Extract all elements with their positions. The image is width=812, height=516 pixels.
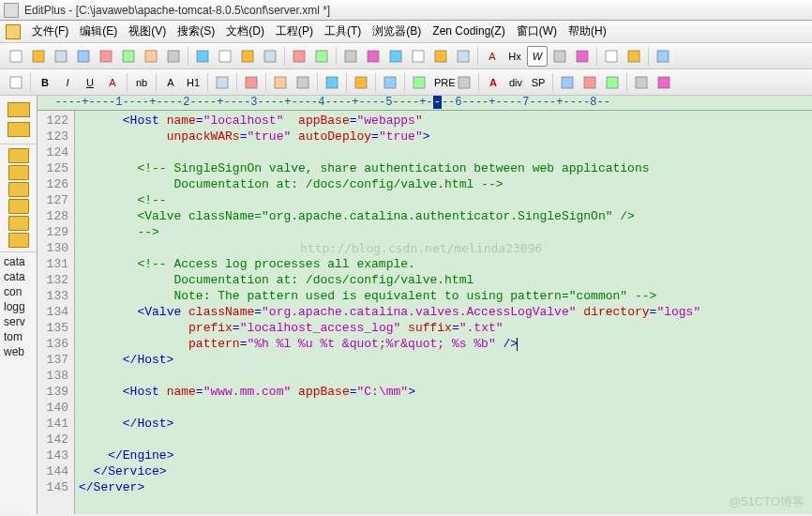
word-icon[interactable]: W: [527, 46, 548, 67]
find-icon[interactable]: [340, 46, 361, 67]
sp-button[interactable]: SP: [528, 72, 549, 93]
list-item[interactable]: tom: [2, 329, 35, 344]
svg-rect-15: [368, 51, 379, 62]
folder-item-icon[interactable]: [8, 233, 29, 248]
olist-icon[interactable]: [241, 72, 262, 93]
h1-button[interactable]: H1: [183, 72, 203, 93]
pilcrow-icon[interactable]: [322, 72, 342, 93]
app-icon: [4, 3, 19, 18]
clipboard-icon[interactable]: [260, 46, 280, 67]
cut-icon[interactable]: [192, 46, 213, 67]
center-icon[interactable]: [409, 72, 429, 93]
menu-item[interactable]: 浏览器(B): [367, 23, 427, 39]
menu-item[interactable]: 视图(V): [123, 23, 172, 39]
terminal-icon[interactable]: [653, 46, 673, 67]
app-menu-icon[interactable]: [6, 24, 21, 39]
hr-icon[interactable]: [380, 72, 400, 93]
list-item[interactable]: serv: [2, 314, 35, 329]
i-button[interactable]: I: [57, 72, 78, 93]
indent-icon[interactable]: [453, 46, 474, 67]
menu-item[interactable]: 文档(D): [220, 23, 270, 39]
a-button[interactable]: A: [102, 72, 123, 93]
folder-item-icon[interactable]: [8, 165, 29, 180]
redo-icon[interactable]: [311, 46, 332, 67]
grid2-icon[interactable]: [654, 72, 674, 93]
stop-icon[interactable]: [602, 72, 623, 93]
text-wrap-icon[interactable]: A: [482, 46, 503, 67]
folder-item-icon[interactable]: [8, 216, 29, 231]
svg-rect-36: [584, 77, 595, 88]
a-button[interactable]: A: [160, 72, 181, 93]
outdent-icon[interactable]: [430, 46, 451, 67]
svg-rect-2: [55, 51, 67, 62]
new-file-icon[interactable]: [6, 46, 26, 67]
svg-rect-19: [458, 51, 469, 62]
open-icon[interactable]: [28, 46, 49, 67]
list-item[interactable]: con: [2, 284, 35, 299]
div-button[interactable]: div: [505, 72, 526, 93]
list-icon[interactable]: [212, 72, 233, 93]
menu-item[interactable]: 文件(F): [26, 23, 74, 39]
pre-button[interactable]: PRE: [431, 72, 452, 93]
menu-item[interactable]: 帮助(H): [563, 23, 612, 39]
menu-item[interactable]: 工具(T): [319, 23, 367, 39]
svg-rect-18: [435, 51, 446, 62]
copy2-icon[interactable]: [215, 46, 235, 67]
paste-icon[interactable]: [237, 46, 258, 67]
grid1-icon[interactable]: [631, 72, 652, 93]
folder-item-icon[interactable]: [8, 148, 29, 163]
svg-rect-22: [606, 51, 617, 62]
bookmark-icon[interactable]: [385, 46, 406, 67]
editor: ----+----1----+----2----+----3----+----4…: [38, 96, 812, 514]
fwd-icon[interactable]: [579, 72, 600, 93]
a-button[interactable]: A: [483, 72, 504, 93]
svg-rect-39: [658, 77, 669, 88]
back-icon[interactable]: [557, 72, 578, 93]
menu-item[interactable]: 窗口(W): [511, 23, 563, 39]
folder-icon[interactable]: [8, 122, 30, 137]
browser-icon[interactable]: [601, 46, 622, 67]
folder-up-icon[interactable]: [8, 102, 30, 117]
form-icon[interactable]: [454, 72, 474, 93]
table-icon[interactable]: [270, 72, 291, 93]
code-area[interactable]: 1221231241251261271281291301311321331341…: [38, 111, 812, 514]
undo-icon[interactable]: [289, 46, 309, 67]
save-all-icon[interactable]: [96, 46, 116, 67]
svg-rect-33: [414, 77, 425, 88]
u-button[interactable]: U: [80, 72, 100, 93]
svg-rect-11: [264, 51, 276, 62]
find-replace-icon[interactable]: [363, 46, 383, 67]
show-le-icon[interactable]: [572, 46, 593, 67]
ruler: ----+----1----+----2----+----3----+----4…: [38, 96, 812, 111]
show-ws-icon[interactable]: [549, 46, 570, 67]
hex-icon[interactable]: Hx: [504, 46, 525, 67]
menu-item[interactable]: 搜索(S): [172, 23, 220, 39]
list-item[interactable]: web: [2, 344, 35, 359]
svg-rect-34: [459, 77, 470, 88]
file-list: catacataconloggservtomweb: [0, 252, 37, 361]
copy-icon[interactable]: [73, 46, 94, 67]
b-button[interactable]: B: [35, 72, 55, 93]
anchor-icon[interactable]: [351, 72, 371, 93]
nb-button[interactable]: nb: [131, 72, 152, 93]
globe-icon[interactable]: [624, 46, 644, 67]
new-doc-icon[interactable]: [6, 72, 26, 93]
cloud-icon[interactable]: [163, 46, 184, 67]
folder-tree: [0, 144, 37, 252]
img-icon[interactable]: [293, 72, 313, 93]
code-text[interactable]: <Host name="localhost" appBase="webapps"…: [75, 111, 812, 514]
bookmark-nav-icon[interactable]: [408, 46, 429, 67]
menu-item[interactable]: Zen Coding(Z): [427, 23, 510, 39]
list-item[interactable]: cata: [2, 254, 35, 269]
list-item[interactable]: logg: [2, 299, 35, 314]
folder-item-icon[interactable]: [8, 182, 29, 197]
list-item[interactable]: cata: [2, 269, 35, 284]
menu-item[interactable]: 工程(P): [270, 23, 319, 39]
menu-item[interactable]: 编辑(E): [74, 23, 123, 39]
spell-icon[interactable]: [141, 46, 161, 67]
disk-icon[interactable]: [51, 46, 71, 67]
print-icon[interactable]: [118, 46, 139, 67]
svg-rect-32: [384, 77, 396, 88]
folder-item-icon[interactable]: [8, 199, 29, 214]
svg-rect-5: [123, 51, 134, 62]
